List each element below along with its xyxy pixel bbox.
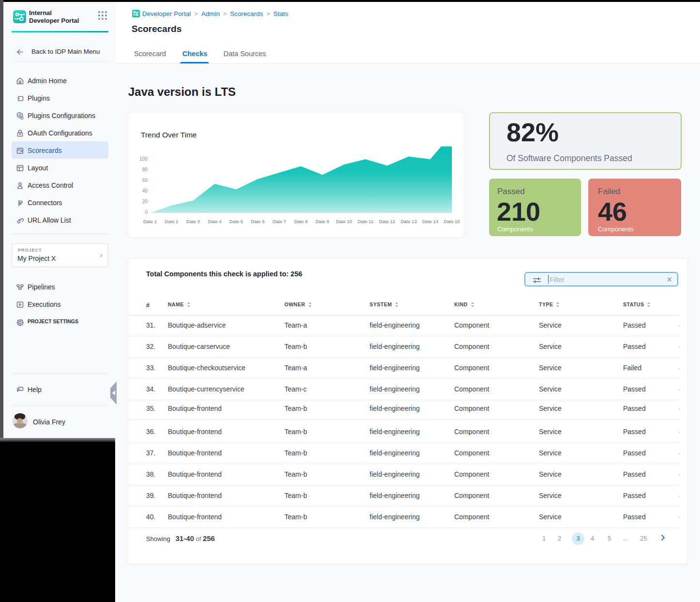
svg-text:Date 12: Date 12 — [379, 219, 395, 224]
svg-text:60: 60 — [142, 178, 148, 183]
svg-text:Date 7: Date 7 — [272, 219, 286, 224]
svg-text:Date 2: Date 2 — [165, 219, 179, 224]
svg-text:Date 3: Date 3 — [186, 219, 200, 224]
svg-text:Date 5: Date 5 — [229, 219, 243, 224]
svg-text:Date 6: Date 6 — [251, 219, 265, 224]
svg-text:40: 40 — [142, 188, 148, 194]
svg-text:Date 14: Date 14 — [422, 219, 438, 224]
svg-text:0: 0 — [145, 210, 148, 215]
svg-text:Date 9: Date 9 — [316, 219, 329, 224]
svg-text:5: 5 — [19, 388, 21, 391]
svg-text:Date 13: Date 13 — [401, 219, 417, 224]
svg-text:Date 11: Date 11 — [357, 219, 373, 224]
svg-text:Date 10: Date 10 — [336, 219, 352, 224]
svg-text:20: 20 — [142, 199, 148, 204]
svg-text:100: 100 — [139, 156, 148, 162]
svg-text:80: 80 — [142, 167, 148, 172]
svg-text:Date 1: Date 1 — [143, 219, 157, 224]
svg-text:Date 15: Date 15 — [444, 219, 460, 224]
svg-text:Date 4: Date 4 — [208, 219, 222, 224]
svg-text:Date 8: Date 8 — [294, 219, 308, 224]
